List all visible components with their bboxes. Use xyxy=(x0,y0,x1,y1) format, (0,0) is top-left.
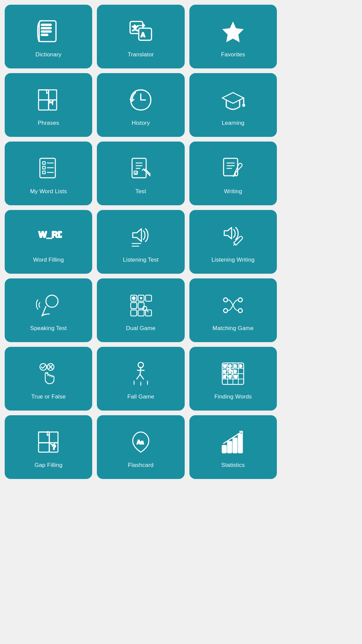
svg-rect-50 xyxy=(131,310,137,316)
favorites-icon xyxy=(218,16,248,47)
history-label: History xyxy=(132,120,150,126)
svg-marker-37 xyxy=(224,227,232,239)
tile-flashcard[interactable]: Aa Flashcard xyxy=(97,415,184,479)
my-word-lists-icon xyxy=(34,153,64,183)
svg-text:R: R xyxy=(234,364,237,368)
svg-text:D: D xyxy=(234,369,237,373)
svg-rect-3 xyxy=(41,31,51,32)
svg-rect-81 xyxy=(39,443,49,452)
listening-test-label: Listening Test xyxy=(123,257,159,263)
tile-matching-game[interactable]: Matching Game xyxy=(189,278,277,342)
svg-text:W_RD: W_RD xyxy=(39,229,62,239)
dictionary-label: Dictionary xyxy=(36,51,62,58)
svg-rect-85 xyxy=(222,445,226,453)
svg-point-15 xyxy=(243,104,245,106)
learning-icon xyxy=(218,85,248,115)
svg-marker-13 xyxy=(222,93,244,103)
tile-my-word-lists[interactable]: My Word Lists xyxy=(5,142,92,205)
word-filling-label: Word Filling xyxy=(33,257,64,263)
gap-filling-icon: ? xyxy=(34,427,64,457)
favorites-label: Favorites xyxy=(221,51,245,58)
translator-label: Translator xyxy=(128,51,154,58)
true-or-false-icon xyxy=(34,359,64,389)
svg-rect-87 xyxy=(233,438,237,453)
svg-rect-49 xyxy=(145,310,152,316)
svg-marker-34 xyxy=(133,229,141,241)
svg-text:?: ? xyxy=(52,443,56,451)
svg-rect-2 xyxy=(41,28,51,29)
flashcard-label: Flashcard xyxy=(128,462,154,469)
svg-rect-86 xyxy=(228,441,232,453)
matching-game-label: Matching Game xyxy=(213,325,254,332)
fall-game-label: Fall Game xyxy=(127,393,154,400)
svg-text:W: W xyxy=(234,375,238,379)
svg-point-58 xyxy=(138,362,143,368)
dictionary-icon xyxy=(34,16,64,47)
listening-test-icon xyxy=(126,222,156,252)
svg-point-41 xyxy=(132,297,135,300)
finding-words-icon: W O R D D O D R O W xyxy=(218,359,248,389)
tile-test[interactable]: Test xyxy=(97,142,184,205)
phrases-label: Phrases xyxy=(38,120,59,126)
svg-rect-11 xyxy=(39,100,49,110)
svg-point-55 xyxy=(238,309,242,313)
svg-rect-1 xyxy=(41,24,51,25)
dual-game-icon xyxy=(126,290,156,320)
tile-listening-test[interactable]: Listening Test xyxy=(97,210,184,274)
tile-dictionary[interactable]: Dictionary xyxy=(5,5,92,68)
tile-favorites[interactable]: Favorites xyxy=(189,5,277,68)
flashcard-icon: Aa xyxy=(126,427,156,457)
tile-statistics[interactable]: Statistics xyxy=(189,415,277,479)
svg-point-39 xyxy=(46,295,58,307)
svg-rect-4 xyxy=(41,34,48,36)
matching-game-icon xyxy=(218,290,248,320)
learning-label: Learning xyxy=(222,120,244,126)
svg-text:A: A xyxy=(141,32,145,38)
tile-gap-filling[interactable]: ? Gap Filling xyxy=(5,415,92,479)
tile-translator[interactable]: 文 A Translator xyxy=(97,5,184,68)
svg-text:D: D xyxy=(239,364,242,368)
svg-text:W: W xyxy=(223,364,227,368)
tile-writing[interactable]: Writing xyxy=(189,142,277,205)
dual-game-label: Dual Game xyxy=(126,325,156,332)
svg-point-43 xyxy=(140,298,142,299)
tile-speaking-test[interactable]: Speaking Test xyxy=(5,278,92,342)
gap-filling-label: Gap Filling xyxy=(35,462,62,469)
fall-game-icon xyxy=(126,359,156,389)
main-grid: Dictionary 文 A Translator Favorites xyxy=(5,5,277,479)
svg-rect-19 xyxy=(43,166,45,169)
statistics-label: Statistics xyxy=(221,462,245,469)
svg-point-53 xyxy=(224,309,228,313)
finding-words-label: Finding Words xyxy=(214,393,252,400)
tile-phrases[interactable]: Phrases xyxy=(5,73,92,137)
phrases-icon xyxy=(34,85,64,115)
tile-dual-game[interactable]: Dual Game xyxy=(97,278,184,342)
test-icon xyxy=(126,153,156,183)
svg-text:O: O xyxy=(229,364,232,368)
writing-label: Writing xyxy=(224,188,242,195)
svg-text:Aa: Aa xyxy=(137,439,144,445)
tile-fall-game[interactable]: Fall Game xyxy=(97,347,184,411)
svg-line-38 xyxy=(234,244,235,245)
svg-marker-9 xyxy=(222,21,244,42)
tile-true-or-false[interactable]: True or False xyxy=(5,347,92,411)
tile-finding-words[interactable]: W O R D D O D R O W Finding Words xyxy=(189,347,277,411)
tile-word-filling[interactable]: W_RD Word Filling xyxy=(5,210,92,274)
tile-history[interactable]: History xyxy=(97,73,184,137)
svg-rect-17 xyxy=(43,162,45,164)
test-label: Test xyxy=(135,188,146,195)
svg-point-52 xyxy=(224,298,228,302)
svg-rect-88 xyxy=(238,434,242,453)
speaking-test-label: Speaking Test xyxy=(30,325,67,332)
tile-learning[interactable]: Learning xyxy=(189,73,277,137)
history-icon xyxy=(126,85,156,115)
statistics-icon xyxy=(218,427,248,457)
tile-listening-writing[interactable]: Listening Writing xyxy=(189,210,277,274)
svg-point-54 xyxy=(238,298,242,302)
word-filling-icon: W_RD xyxy=(34,222,64,252)
listening-writing-label: Listening Writing xyxy=(212,257,255,263)
writing-icon xyxy=(218,153,248,183)
svg-text:R: R xyxy=(223,375,226,379)
speaking-test-icon xyxy=(34,290,64,320)
true-or-false-label: True or False xyxy=(31,393,66,400)
